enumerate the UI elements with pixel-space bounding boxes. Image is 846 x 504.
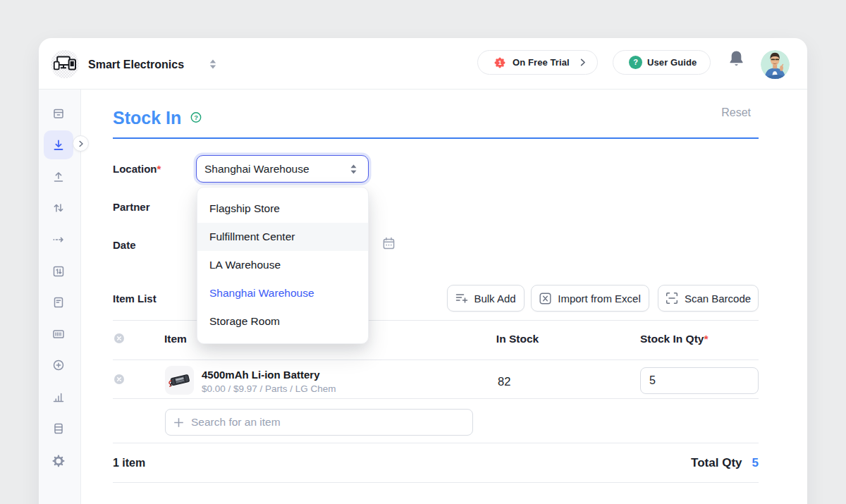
svg-text:1: 1 — [498, 59, 502, 66]
svg-text:?: ? — [194, 113, 198, 121]
svg-text:?: ? — [633, 58, 638, 66]
